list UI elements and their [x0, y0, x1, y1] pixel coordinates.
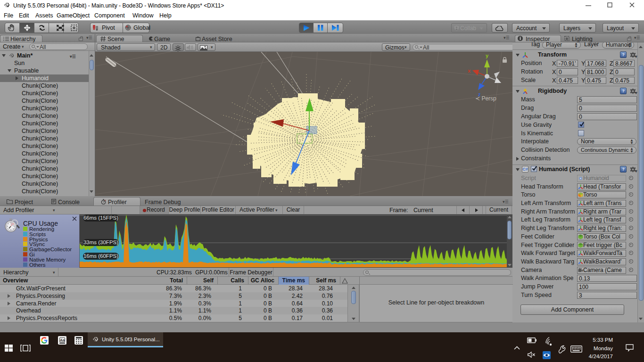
svg-text:≺ Persp: ≺ Persp	[475, 95, 496, 102]
svg-text:x: x	[468, 68, 471, 74]
svg-text:y: y	[486, 53, 489, 58]
